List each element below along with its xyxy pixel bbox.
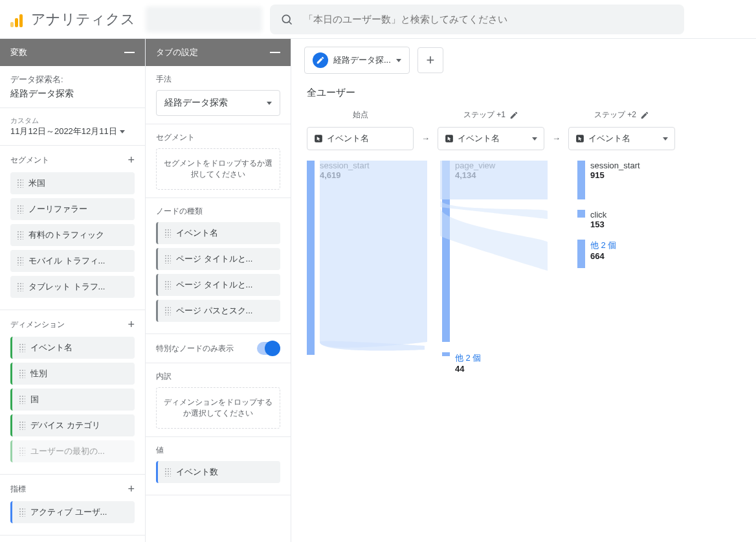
- step-plus1-value: イベント名: [458, 133, 500, 144]
- chip-label: ユーザーの最初の...: [30, 446, 105, 457]
- chip-label: ページ タイトルと...: [176, 279, 252, 291]
- chevron-down-icon: [532, 137, 537, 141]
- search-input[interactable]: [304, 14, 674, 25]
- drag-handle-icon: [19, 508, 25, 517]
- path-flow-chart: session_start4,619page_view4,134他 2 個44s…: [291, 150, 756, 394]
- drag-handle-icon: [17, 256, 23, 265]
- chip-label: モバイル トラフィ...: [28, 255, 105, 267]
- segment-chip[interactable]: モバイル トラフィ...: [10, 250, 135, 272]
- breakdown-dropzone[interactable]: ディメンションをドロップするか選択してください: [156, 387, 280, 429]
- add-metric-button[interactable]: +: [128, 482, 135, 496]
- technique-select[interactable]: 経路データ探索: [156, 90, 280, 116]
- unique-nodes-label: 特別なノードのみ表示: [156, 343, 234, 354]
- chip-label: イベント数: [176, 466, 218, 478]
- dimension-chip[interactable]: ユーザーの最初の...: [10, 440, 135, 462]
- step-plus2-value: イベント名: [588, 133, 630, 144]
- chip-label: デバイス カテゴリ: [30, 420, 100, 431]
- account-selector[interactable]: [146, 6, 262, 32]
- pencil-icon[interactable]: [640, 111, 649, 120]
- metric-chip[interactable]: アクティブ ユーザ...: [10, 501, 135, 523]
- search-bar[interactable]: [270, 5, 684, 34]
- value-chip[interactable]: イベント数: [156, 461, 280, 483]
- segment-chip[interactable]: タブレット トラフ...: [10, 276, 135, 298]
- node-type-chip[interactable]: イベント名: [156, 222, 280, 244]
- flow-node[interactable]: session_start915: [577, 161, 684, 199]
- date-range-selector[interactable]: カスタム 11月12日～2022年12月11日: [0, 108, 145, 146]
- technique-value: 経路データ探索: [164, 97, 228, 109]
- chip-label: ページ パスとスク...: [176, 305, 252, 317]
- flow-node[interactable]: 他 2 個44: [442, 352, 549, 374]
- analytics-logo-icon: [10, 12, 26, 27]
- chip-label: 米国: [28, 177, 45, 189]
- drag-handle-icon: [17, 231, 23, 240]
- drag-handle-icon: [19, 369, 25, 378]
- unique-nodes-toggle[interactable]: [257, 342, 280, 355]
- flow-node-name: page_view: [455, 161, 495, 170]
- flow-bar: [307, 161, 315, 355]
- node-type-chip[interactable]: ページ タイトルと...: [156, 248, 280, 270]
- variables-panel: 変数 データ探索名: 経路データ探索 カスタム 11月12日～2022年12月1…: [0, 39, 146, 542]
- step-start-selector[interactable]: イベント名: [307, 127, 414, 150]
- node-type-chip[interactable]: ページ タイトルと...: [156, 274, 280, 296]
- dimensions-label: ディメンション: [10, 319, 65, 330]
- flow-node-name[interactable]: 他 2 個: [455, 352, 481, 364]
- flow-node-count: 4,619: [320, 170, 370, 180]
- segment-chip[interactable]: 米国: [10, 172, 135, 194]
- add-dimension-button[interactable]: +: [128, 318, 135, 332]
- add-tab-button[interactable]: +: [417, 47, 443, 73]
- chip-label: 国: [30, 394, 39, 405]
- flow-node-count: 664: [590, 251, 616, 261]
- dimension-chip[interactable]: デバイス カテゴリ: [10, 414, 135, 436]
- flow-node[interactable]: page_view4,134: [442, 161, 549, 342]
- app-header: アナリティクス: [0, 0, 756, 39]
- date-range-value: 11月12日～2022年12月11日: [10, 126, 117, 137]
- cursor-icon: [314, 134, 323, 143]
- app-title: アナリティクス: [31, 10, 135, 29]
- chevron-down-icon[interactable]: [396, 59, 401, 62]
- flow-node-name[interactable]: 他 2 個: [590, 240, 616, 251]
- metrics-label: 指標: [10, 484, 26, 495]
- flow-node-count: 153: [590, 220, 606, 229]
- step-plus1-selector[interactable]: イベント名: [438, 127, 544, 150]
- segments-label: セグメント: [10, 155, 49, 166]
- pencil-icon[interactable]: [509, 111, 518, 120]
- add-segment-button[interactable]: +: [128, 153, 135, 167]
- segment-chip[interactable]: ノーリファラー: [10, 198, 135, 220]
- chip-label: タブレット トラフ...: [28, 281, 105, 293]
- drag-handle-icon: [19, 343, 25, 352]
- dimension-chip[interactable]: イベント名: [10, 337, 135, 359]
- node-type-label: ノードの種類: [156, 206, 203, 217]
- variables-panel-title: 変数: [10, 47, 27, 58]
- chip-label: 性別: [30, 368, 47, 379]
- tab-name: 経路データ探...: [333, 54, 391, 66]
- segment-chip[interactable]: 有料のトラフィック: [10, 224, 135, 246]
- drag-handle-icon: [164, 306, 171, 315]
- dimension-chip[interactable]: 性別: [10, 363, 135, 385]
- flow-node-count: 44: [455, 364, 481, 374]
- collapse-icon[interactable]: [124, 52, 135, 53]
- value-label: 値: [156, 445, 164, 456]
- segment-setting-label: セグメント: [156, 132, 195, 143]
- drag-handle-icon: [19, 421, 25, 430]
- chip-label: ノーリファラー: [28, 203, 87, 215]
- node-type-chip[interactable]: ページ パスとスク...: [156, 300, 280, 322]
- flow-node[interactable]: click153: [577, 210, 684, 229]
- tab-active[interactable]: 経路データ探...: [304, 47, 410, 74]
- exploration-name-value[interactable]: 経路データ探索: [10, 88, 135, 100]
- drag-handle-icon: [19, 447, 25, 456]
- flow-bar: [442, 352, 450, 356]
- flow-column: session_start4,619: [307, 161, 414, 365]
- tab-settings-panel: タブの設定 手法 経路データ探索 セグメント セグメントをドロップするか選択して…: [146, 39, 291, 542]
- flow-node-name: click: [590, 210, 606, 220]
- dimension-chip[interactable]: 国: [10, 389, 135, 411]
- breakdown-label: 内訳: [156, 371, 172, 382]
- flow-node[interactable]: 他 2 個664: [577, 240, 684, 268]
- step-plus2-selector[interactable]: イベント名: [568, 127, 675, 150]
- segment-dropzone[interactable]: セグメントをドロップするか選択してください: [156, 148, 280, 190]
- collapse-icon[interactable]: [270, 52, 280, 53]
- drag-handle-icon: [17, 205, 23, 214]
- step-start-label: 始点: [353, 109, 368, 120]
- flow-node[interactable]: session_start4,619: [307, 161, 414, 355]
- chevron-down-icon: [267, 102, 272, 105]
- flow-node-name: session_start: [320, 161, 370, 170]
